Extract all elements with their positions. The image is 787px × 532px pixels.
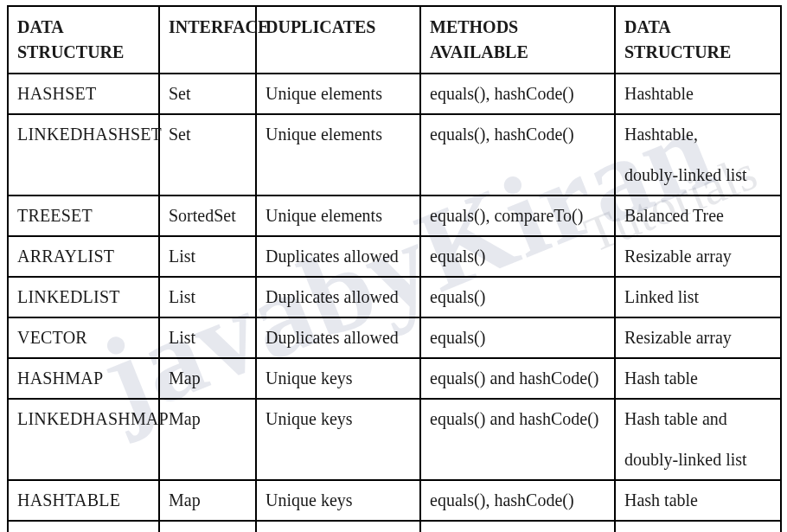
cell-impl-line: Hash table	[624, 366, 771, 391]
table-body: HASHSET Set Unique elements equals(), ha…	[8, 74, 781, 532]
cell-impl-line: Balanced Tree	[624, 203, 771, 228]
cell-duplicates: Duplicates allowed	[256, 277, 420, 317]
cell-methods: equals()	[420, 277, 615, 317]
cell-impl-line: doubly-linked list	[624, 163, 771, 188]
cell-name: HASHMAP	[8, 358, 159, 399]
cell-interface: Map	[159, 358, 256, 399]
cell-name: LINKEDHASHMAP	[8, 399, 159, 480]
cell-name: HASHTABLE	[8, 480, 159, 521]
cell-impl-line: doubly-linked list	[624, 447, 771, 472]
cell-impl-line: Hash table and	[624, 407, 771, 432]
table-row: LINKEDHASHSET Set Unique elements equals…	[8, 114, 781, 195]
cell-impl: Hash table	[615, 358, 781, 399]
cell-interface: Set	[159, 114, 256, 195]
cell-duplicates: Unique elements	[256, 195, 420, 236]
cell-impl-line: Hashtable,	[624, 122, 771, 147]
cell-impl-line: Resizable array	[624, 244, 771, 269]
cell-impl: Linked list	[615, 277, 781, 317]
page-root: javabyKiran Tutorials DATA STRUCTURE INT…	[0, 0, 787, 532]
cell-interface: List	[159, 277, 256, 317]
cell-methods: equals(), compareTo()	[420, 195, 615, 236]
cell-interface: Map	[159, 399, 256, 480]
cell-name: HASHSET	[8, 74, 159, 114]
table-row: HASHTABLE Map Unique keys equals(), hash…	[8, 480, 781, 521]
table-row: TREEMAP SortedMap Unique keys equals(), …	[8, 521, 781, 532]
cell-duplicates: Unique elements	[256, 114, 420, 195]
cell-methods: equals(), hashCode()	[420, 114, 615, 195]
cell-methods: equals() and hashCode()	[420, 399, 615, 480]
cell-duplicates: Duplicates allowed	[256, 236, 420, 277]
table-head: DATA STRUCTURE INTERFACE DUPLICATES METH…	[8, 6, 781, 74]
cell-name: VECTOR	[8, 317, 159, 358]
cell-impl-line: Hash table	[624, 488, 771, 513]
cell-interface: SortedSet	[159, 195, 256, 236]
cell-name: LINKEDHASHSET	[8, 114, 159, 195]
cell-impl: Hashtable, doubly-linked list	[615, 114, 781, 195]
cell-impl: Hash table	[615, 480, 781, 521]
cell-impl-line: Linked list	[624, 285, 771, 310]
col-header-interface: INTERFACE	[159, 6, 256, 74]
cell-duplicates: Duplicates allowed	[256, 317, 420, 358]
cell-impl: Tree Map	[615, 521, 781, 532]
col-header-impl: DATA STRUCTURE	[615, 6, 781, 74]
cell-name: TREESET	[8, 195, 159, 236]
cell-name: ARRAYLIST	[8, 236, 159, 277]
collections-table: DATA STRUCTURE INTERFACE DUPLICATES METH…	[7, 5, 782, 532]
col-header-methods: METHODS AVAILABLE	[420, 6, 615, 74]
cell-impl-line: Tree Map	[624, 529, 771, 532]
col-header-data-structure: DATA STRUCTURE	[8, 6, 159, 74]
cell-methods: equals(), hashCode()	[420, 480, 615, 521]
cell-methods: equals(), hashCode()	[420, 74, 615, 114]
cell-impl: Hash table and doubly-linked list	[615, 399, 781, 480]
table-row: VECTOR List Duplicates allowed equals() …	[8, 317, 781, 358]
cell-duplicates: Unique keys	[256, 521, 420, 532]
cell-impl-line: Hashtable	[624, 81, 771, 106]
cell-interface: List	[159, 236, 256, 277]
cell-methods: equals()	[420, 317, 615, 358]
table-header-row: DATA STRUCTURE INTERFACE DUPLICATES METH…	[8, 6, 781, 74]
cell-impl: Resizable array	[615, 236, 781, 277]
cell-methods: equals() and hashCode()	[420, 358, 615, 399]
cell-impl: Hashtable	[615, 74, 781, 114]
table-row: LINKEDHASHMAP Map Unique keys equals() a…	[8, 399, 781, 480]
cell-methods: equals(), compareTo()	[420, 521, 615, 532]
table-row: HASHSET Set Unique elements equals(), ha…	[8, 74, 781, 114]
cell-duplicates: Unique keys	[256, 358, 420, 399]
cell-duplicates: Unique keys	[256, 480, 420, 521]
cell-duplicates: Unique elements	[256, 74, 420, 114]
col-header-duplicates: DUPLICATES	[256, 6, 420, 74]
cell-interface: SortedMap	[159, 521, 256, 532]
cell-name: LINKEDLIST	[8, 277, 159, 317]
cell-interface: Map	[159, 480, 256, 521]
cell-interface: List	[159, 317, 256, 358]
table-row: ARRAYLIST List Duplicates allowed equals…	[8, 236, 781, 277]
table-row: TREESET SortedSet Unique elements equals…	[8, 195, 781, 236]
table-row: LINKEDLIST List Duplicates allowed equal…	[8, 277, 781, 317]
cell-impl-line: Resizable array	[624, 325, 771, 350]
table-row: HASHMAP Map Unique keys equals() and has…	[8, 358, 781, 399]
cell-name: TREEMAP	[8, 521, 159, 532]
cell-impl: Balanced Tree	[615, 195, 781, 236]
cell-interface: Set	[159, 74, 256, 114]
cell-methods: equals()	[420, 236, 615, 277]
cell-duplicates: Unique keys	[256, 399, 420, 480]
cell-impl: Resizable array	[615, 317, 781, 358]
